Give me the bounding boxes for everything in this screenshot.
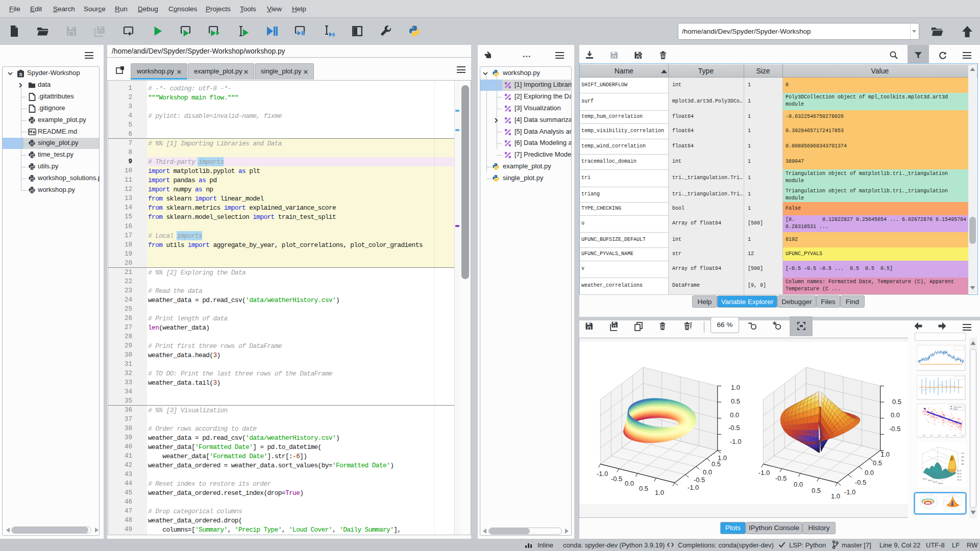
svg-text:0.6: 0.6: [946, 435, 948, 437]
svg-text:0.0: 0.0: [891, 411, 900, 419]
svg-text:0.0: 0.0: [625, 480, 634, 487]
svg-text:0.0: 0.0: [923, 435, 925, 437]
svg-text:660: 660: [961, 460, 964, 462]
svg-text:-0.5: -0.5: [775, 474, 787, 482]
svg-text:-0.5: -0.5: [611, 475, 622, 483]
svg-text:0.0: 0.0: [794, 481, 803, 488]
svg-text:-84.41: -84.41: [922, 478, 927, 480]
svg-text:Model: Model: [953, 408, 958, 410]
svg-text:680: 680: [961, 456, 964, 458]
svg-text:0.5: 0.5: [639, 485, 648, 492]
svg-text:0.0: 0.0: [703, 468, 712, 476]
svg-text:36.70: 36.70: [957, 479, 962, 481]
svg-text:-1.0: -1.0: [844, 488, 855, 496]
svg-text:1.0: 1.0: [655, 489, 664, 496]
svg-text:0.5: 0.5: [812, 487, 821, 494]
svg-text:1.0: 1.0: [880, 450, 890, 458]
svg-text:1.0: 1.0: [831, 492, 840, 500]
svg-text:-84.38: -84.38: [938, 483, 943, 485]
svg-text:S: S: [19, 72, 22, 77]
svg-text:1.0: 1.0: [731, 384, 740, 391]
svg-text:0.0: 0.0: [865, 469, 874, 477]
svg-text:0.5: 0.5: [731, 397, 740, 405]
svg-text:-84.40: -84.40: [927, 480, 933, 482]
svg-text:36.71: 36.71: [957, 476, 962, 478]
svg-text:640: 640: [961, 463, 964, 465]
svg-text:0.5: 0.5: [892, 398, 901, 406]
svg-text:0.5: 0.5: [712, 460, 721, 468]
svg-text:1.0: 1.0: [961, 435, 964, 437]
svg-text:-1.0: -1.0: [597, 470, 608, 478]
svg-text:-1.0: -1.0: [730, 438, 741, 445]
svg-text:-1.0: -1.0: [758, 469, 770, 477]
svg-text:-1.0: -1.0: [688, 484, 699, 491]
svg-text:700: 700: [961, 453, 964, 455]
svg-text:0.8: 0.8: [953, 435, 956, 437]
svg-text:-0.5: -0.5: [855, 479, 866, 486]
svg-text:0.0: 0.0: [730, 411, 739, 419]
svg-text:0.4: 0.4: [938, 435, 941, 437]
svg-text:-84.39: -84.39: [933, 481, 938, 483]
svg-text:-0.5: -0.5: [889, 425, 900, 433]
svg-text:-0.5: -0.5: [694, 476, 705, 484]
svg-text:0.2: 0.2: [930, 435, 933, 437]
svg-text:36.73: 36.73: [957, 470, 962, 472]
svg-text:-0.5: -0.5: [728, 424, 740, 432]
svg-text:0.5: 0.5: [873, 459, 882, 467]
svg-text:36.72: 36.72: [957, 473, 962, 475]
